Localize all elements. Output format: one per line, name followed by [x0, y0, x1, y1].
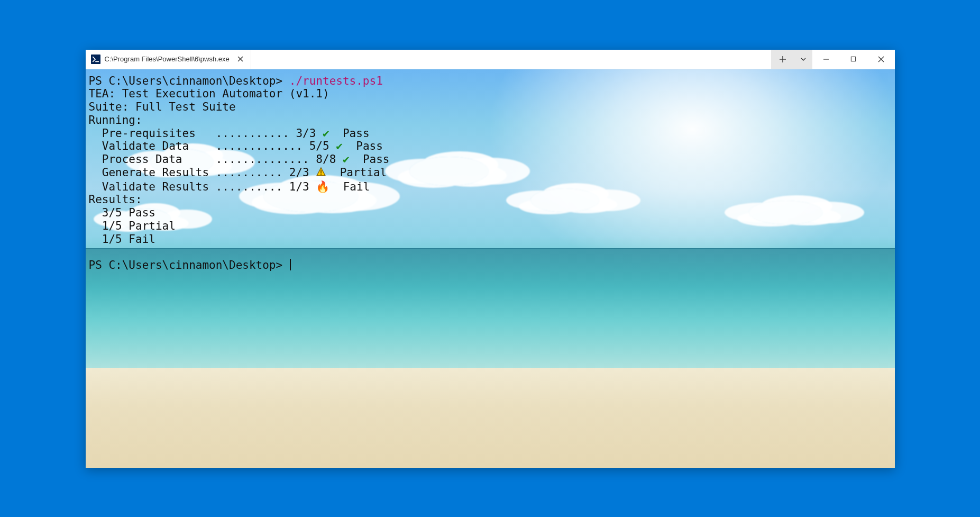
tab-title: C:\Program Files\PowerShell\6\pwsh.exe — [105, 55, 230, 63]
svg-point-11 — [320, 174, 322, 175]
terminal-line: 1/5 Partial — [89, 220, 892, 233]
warning-icon — [316, 167, 326, 180]
terminal-line: Pre-requisites ........... 3/3 ✔ Pass — [89, 127, 892, 140]
tab-close-icon[interactable] — [237, 56, 244, 63]
terminal-line: Validate Results .......... 1/3 🔥 Fail — [89, 180, 892, 194]
terminal-line: Running: — [89, 114, 892, 127]
powershell-icon — [91, 55, 100, 64]
terminal-line: PS C:\Users\cinnamon\Desktop> ./runtests… — [89, 75, 892, 88]
terminal-line — [89, 246, 892, 259]
terminal-window: C:\Program Files\PowerShell\6\pwsh.exe — [86, 50, 895, 468]
tab-pwsh[interactable]: C:\Program Files\PowerShell\6\pwsh.exe — [86, 50, 251, 69]
terminal-line: Generate Results .......... 2/3 Partial — [89, 166, 892, 180]
tab-dropdown-button[interactable] — [794, 50, 812, 69]
terminal-line: Process Data .............. 8/8 ✔ Pass — [89, 153, 892, 166]
window-controls — [812, 50, 895, 69]
desktop: C:\Program Files\PowerShell\6\pwsh.exe — [0, 0, 980, 517]
terminal-line: TEA: Test Execution Automator (v1.1) — [89, 87, 892, 101]
terminal-line: Suite: Full Test Suite — [89, 101, 892, 114]
cursor — [290, 259, 291, 270]
svg-rect-6 — [851, 57, 855, 61]
maximize-button[interactable] — [840, 50, 867, 69]
check-icon: ✔ — [336, 140, 343, 152]
minimize-button[interactable] — [812, 50, 840, 69]
check-icon: ✔ — [323, 127, 329, 140]
fire-icon: 🔥 — [316, 180, 329, 193]
terminal-client[interactable]: PS C:\Users\cinnamon\Desktop> ./runtests… — [86, 69, 895, 468]
command-text: ./runtests.ps1 — [289, 75, 383, 87]
new-tab-button[interactable] — [771, 50, 794, 69]
terminal-output[interactable]: PS C:\Users\cinnamon\Desktop> ./runtests… — [86, 69, 895, 468]
terminal-line: Results: — [89, 193, 892, 206]
close-button[interactable] — [867, 50, 895, 69]
tab-controls — [771, 50, 812, 69]
terminal-line: PS C:\Users\cinnamon\Desktop> — [89, 259, 892, 272]
titlebar-drag-area[interactable] — [251, 50, 771, 69]
terminal-line: 1/5 Fail — [89, 233, 892, 246]
titlebar[interactable]: C:\Program Files\PowerShell\6\pwsh.exe — [86, 50, 895, 69]
check-icon: ✔ — [343, 153, 350, 166]
terminal-line: Validate Data ............. 5/5 ✔ Pass — [89, 140, 892, 153]
terminal-line: 3/5 Pass — [89, 206, 892, 220]
